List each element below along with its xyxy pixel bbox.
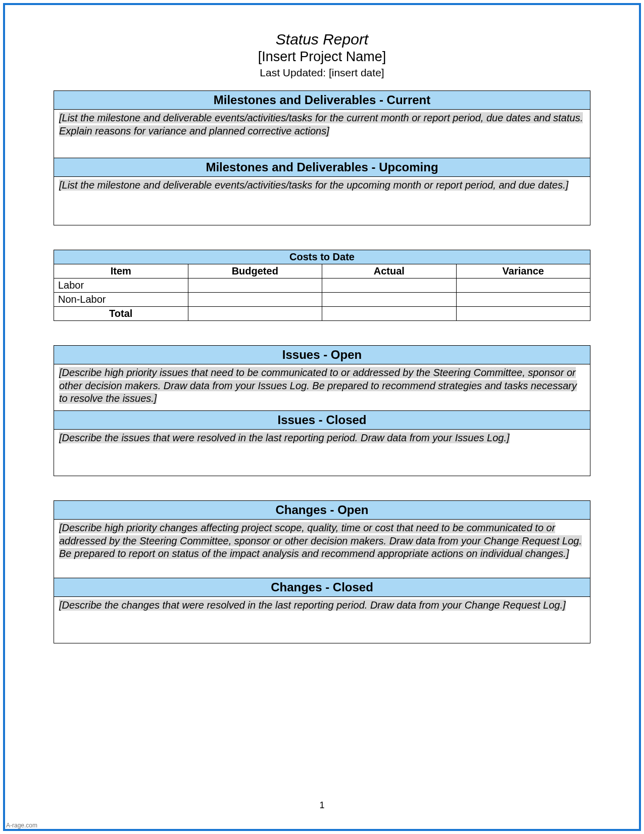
- col-variance: Variance: [456, 264, 590, 279]
- row-total-actual: [322, 307, 457, 321]
- costs-header-row: Item Budgeted Actual Variance: [54, 264, 590, 279]
- row-item: Labor: [54, 279, 188, 293]
- milestones-table: Milestones and Deliverables - Current [L…: [54, 90, 590, 225]
- row-variance: [456, 279, 590, 293]
- page-number: 1: [5, 800, 639, 811]
- changes-open-body: [Describe high priority changes affectin…: [54, 520, 590, 578]
- row-budgeted: [188, 293, 322, 307]
- issues-open-header: Issues - Open: [54, 346, 590, 364]
- milestones-current-body: [List the milestone and deliverable even…: [54, 110, 590, 158]
- changes-open-header: Changes - Open: [54, 501, 590, 520]
- row-total-label: Total: [54, 307, 188, 321]
- issues-closed-header: Issues - Closed: [54, 411, 590, 430]
- issues-table: Issues - Open [Describe high priority is…: [54, 345, 590, 476]
- row-actual: [322, 279, 457, 293]
- row-budgeted: [188, 279, 322, 293]
- table-row: Non-Labor: [54, 293, 590, 307]
- document-header: Status Report [Insert Project Name] Last…: [54, 30, 590, 79]
- document-title: Status Report: [54, 30, 590, 49]
- row-total-variance: [456, 307, 590, 321]
- table-row-total: Total: [54, 307, 590, 321]
- costs-title: Costs to Date: [54, 250, 590, 264]
- changes-table: Changes - Open [Describe high priority c…: [54, 500, 590, 643]
- col-budgeted: Budgeted: [188, 264, 322, 279]
- col-actual: Actual: [322, 264, 457, 279]
- watermark: A-rage.com: [6, 822, 37, 829]
- row-actual: [322, 293, 457, 307]
- document-page: Status Report [Insert Project Name] Last…: [3, 3, 641, 831]
- milestones-upcoming-body: [List the milestone and deliverable even…: [54, 177, 590, 225]
- issues-open-body: [Describe high priority issues that need…: [54, 364, 590, 411]
- table-row: Labor: [54, 279, 590, 293]
- col-item: Item: [54, 264, 188, 279]
- milestones-current-header: Milestones and Deliverables - Current: [54, 91, 590, 110]
- row-total-budgeted: [188, 307, 322, 321]
- milestones-upcoming-header: Milestones and Deliverables - Upcoming: [54, 158, 590, 177]
- changes-closed-header: Changes - Closed: [54, 578, 590, 597]
- issues-closed-body: [Describe the issues that were resolved …: [54, 430, 590, 476]
- changes-closed-body: [Describe the changes that were resolved…: [54, 597, 590, 643]
- project-name: [Insert Project Name]: [54, 49, 590, 66]
- costs-table: Costs to Date Item Budgeted Actual Varia…: [54, 250, 590, 321]
- row-variance: [456, 293, 590, 307]
- last-updated: Last Updated: [insert date]: [54, 66, 590, 79]
- row-item: Non-Labor: [54, 293, 188, 307]
